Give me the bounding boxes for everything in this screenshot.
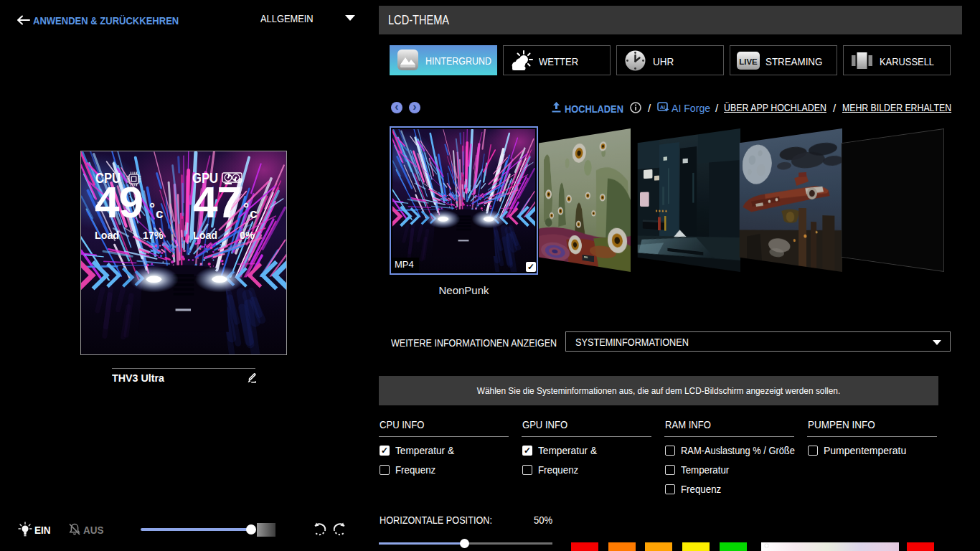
svg-text:AI: AI (660, 105, 665, 110)
svg-text:LIVE: LIVE (739, 57, 758, 66)
